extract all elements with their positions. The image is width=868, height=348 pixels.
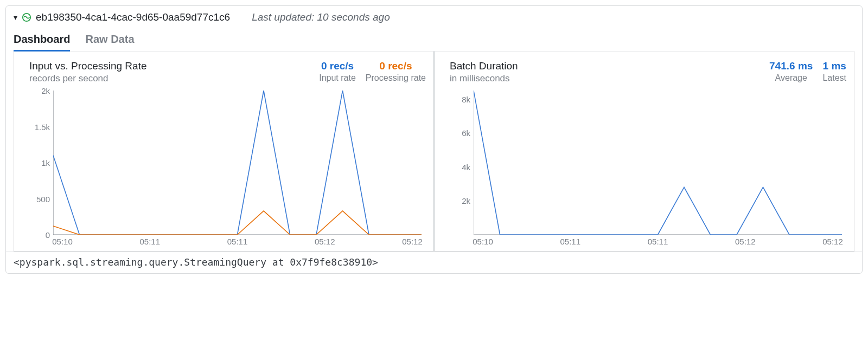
chart-batch-title: Batch Duration: [450, 60, 518, 72]
chart-rate-y-ticks: 05001k1.5k2k: [29, 91, 52, 235]
metric-processing-rate-label: Processing rate: [366, 73, 426, 83]
status-running-icon: [22, 12, 31, 22]
x-tick: 05:11: [648, 237, 668, 246]
metric-processing-rate-value: 0 rec/s: [366, 60, 426, 72]
metric-processing-rate: 0 rec/s Processing rate: [366, 60, 426, 83]
x-tick: 05:10: [473, 237, 493, 246]
x-tick: 05:11: [139, 237, 160, 246]
chart-batch-plot: 2k4k6k8k 05:1005:1105:1105:1205:12: [450, 91, 846, 248]
metric-average-value: 741.6 ms: [769, 60, 813, 72]
chart-rate-metrics: 0 rec/s Input rate 0 rec/s Processing ra…: [319, 60, 426, 83]
x-tick: 05:11: [227, 237, 248, 246]
x-tick: 05:12: [822, 237, 843, 246]
chart-batch-y-ticks: 2k4k6k8k: [450, 91, 473, 235]
chart-rate-subtitle: records per second: [29, 73, 147, 84]
y-tick: 500: [36, 194, 50, 203]
panel-header: ▾ eb198350-4ca1-4cac-9d65-0aa59d77c1c6 L…: [14, 11, 854, 23]
metric-average: 741.6 ms Average: [769, 60, 813, 83]
chart-batch-metrics: 741.6 ms Average 1 ms Latest: [769, 60, 846, 83]
x-tick: 05:12: [315, 237, 335, 246]
y-tick: 8k: [462, 94, 470, 104]
chart-rate-header: Input vs. Processing Rate records per se…: [29, 60, 426, 84]
y-tick: 0: [46, 230, 50, 240]
metric-latest: 1 ms Latest: [822, 60, 846, 83]
metric-input-rate-value: 0 rec/s: [319, 60, 356, 72]
charts-row: Input vs. Processing Rate records per se…: [14, 51, 854, 252]
x-tick: 05:12: [402, 237, 423, 246]
y-tick: 2k: [41, 86, 50, 95]
y-tick: 6k: [462, 128, 470, 138]
y-tick: 4k: [462, 162, 470, 171]
query-panel: ▾ eb198350-4ca1-4cac-9d65-0aa59d77c1c6 L…: [5, 5, 863, 274]
metric-input-rate: 0 rec/s Input rate: [319, 60, 356, 83]
object-repr: <pyspark.sql.streaming.query.StreamingQu…: [6, 252, 862, 273]
chart-batch: Batch Duration in milliseconds 741.6 ms …: [433, 51, 854, 251]
chart-batch-subtitle: in milliseconds: [450, 73, 518, 84]
x-tick: 05:12: [735, 237, 756, 246]
chart-rate-title: Input vs. Processing Rate: [29, 60, 147, 72]
x-tick: 05:10: [52, 237, 73, 246]
tab-raw-data[interactable]: Raw Data: [85, 31, 134, 51]
collapse-toggle[interactable]: ▾: [14, 13, 17, 22]
chart-batch-header: Batch Duration in milliseconds 741.6 ms …: [450, 60, 846, 84]
y-tick: 2k: [462, 196, 470, 205]
chart-batch-plot-area: [474, 91, 842, 235]
chart-rate: Input vs. Processing Rate records per se…: [14, 51, 433, 251]
metric-latest-value: 1 ms: [822, 60, 846, 72]
query-id: eb198350-4ca1-4cac-9d65-0aa59d77c1c6: [36, 11, 230, 23]
x-tick: 05:11: [560, 237, 580, 246]
tab-dashboard[interactable]: Dashboard: [14, 31, 70, 51]
metric-input-rate-label: Input rate: [319, 73, 356, 83]
chart-rate-plot: 05001k1.5k2k 05:1005:1105:1105:1205:12: [29, 91, 426, 248]
metric-latest-label: Latest: [822, 73, 846, 83]
y-tick: 1k: [41, 158, 50, 167]
metric-average-label: Average: [769, 73, 813, 83]
last-updated: Last updated: 10 seconds ago: [252, 11, 390, 23]
chart-rate-plot-area: [53, 91, 422, 235]
chart-batch-x-ticks: 05:1005:1105:1105:1205:12: [474, 236, 842, 248]
tabs: Dashboard Raw Data: [14, 31, 854, 51]
y-tick: 1.5k: [35, 122, 50, 131]
chart-rate-x-ticks: 05:1005:1105:1105:1205:12: [53, 236, 422, 248]
